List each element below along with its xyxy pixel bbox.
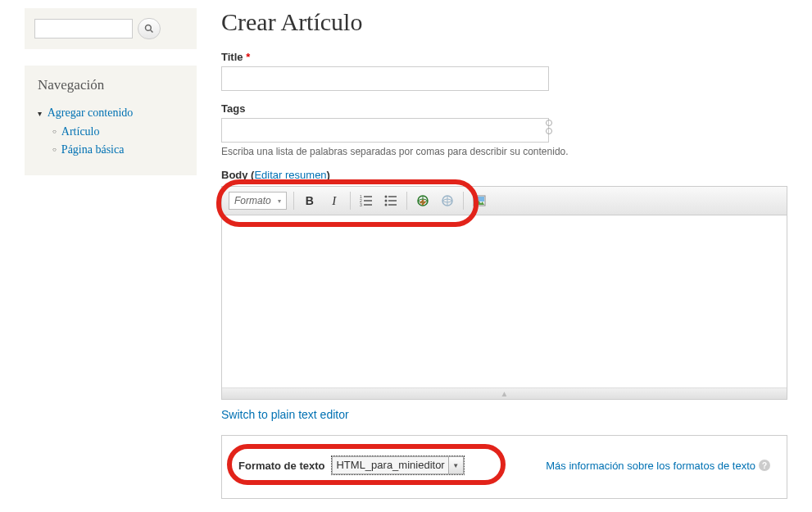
more-info-link[interactable]: Más información sobre los formatos de te… [546,460,770,472]
text-format-select[interactable]: HTML_para_minieditor ▼ [331,455,464,475]
italic-button[interactable]: I [325,192,343,210]
chevron-down-icon: ▼ [449,456,464,474]
svg-text:3: 3 [360,202,362,207]
search-icon [144,24,154,34]
format-dropdown[interactable]: Formato [229,192,287,210]
image-icon [473,194,486,207]
ordered-list-icon: 123 [360,194,373,207]
help-icon: ? [759,460,770,471]
unordered-list-icon [384,194,397,207]
body-label: Body (Editar resumen) [221,169,787,181]
svg-point-8 [384,196,387,198]
svg-point-0 [146,25,152,31]
tags-field-row: Tags Escriba una lista de palabras separ… [221,102,787,157]
toolbar-separator [463,192,464,210]
resize-handle[interactable]: ▲ [222,387,787,399]
nav-item-basic-page[interactable]: Página básica [52,141,184,159]
title-field-row: Title * [221,51,787,91]
search-button[interactable] [138,18,161,39]
text-format-label: Formato de texto [238,460,324,472]
switch-plain-text-link[interactable]: Switch to plain text editor [221,408,349,421]
toolbar-separator [406,192,407,210]
title-label: Title * [221,51,787,63]
nav-title: Navegación [38,77,184,93]
unordered-list-button[interactable] [382,192,400,210]
required-marker: * [246,51,250,63]
text-format-panel: Formato de texto HTML_para_minieditor ▼ … [221,435,787,499]
unlink-icon [441,194,454,207]
svg-line-1 [151,30,153,33]
tags-label: Tags [221,102,787,115]
search-block [25,8,197,49]
tags-help-text: Escriba una lista de palabras separadas … [221,146,787,157]
link-icon [416,194,429,207]
nav-item-article[interactable]: Artículo [52,123,184,141]
autocomplete-throbber-icon [546,120,552,134]
ordered-list-button[interactable]: 123 [357,192,375,210]
unlink-button[interactable] [438,192,456,210]
navigation-block: Navegación Agregar contenido Artículo Pá… [25,66,197,175]
image-button[interactable] [470,192,488,210]
title-input[interactable] [221,66,549,91]
bold-button[interactable]: B [301,192,319,210]
link-button[interactable] [414,192,432,210]
nav-parent-link[interactable]: Agregar contenido [48,106,134,119]
text-format-selected-value: HTML_para_minieditor [332,456,448,474]
svg-point-18 [475,198,478,201]
rich-text-editor: Formato B I 123 [221,186,787,400]
edit-summary-link[interactable]: Editar resumen [254,169,326,181]
body-field-row: Body (Editar resumen) Formato B I 123 [221,169,787,499]
nav-parent-add-content[interactable]: Agregar contenido Artículo Página básica [38,105,184,161]
svg-point-12 [384,204,387,206]
editor-content-area[interactable] [222,215,787,387]
page-title: Crear Artículo [221,8,787,36]
toolbar-separator [350,192,351,210]
search-input[interactable] [34,19,133,39]
svg-point-10 [384,200,387,202]
toolbar-separator [293,192,294,210]
tags-input[interactable] [221,118,549,143]
editor-toolbar: Formato B I 123 [222,187,787,215]
